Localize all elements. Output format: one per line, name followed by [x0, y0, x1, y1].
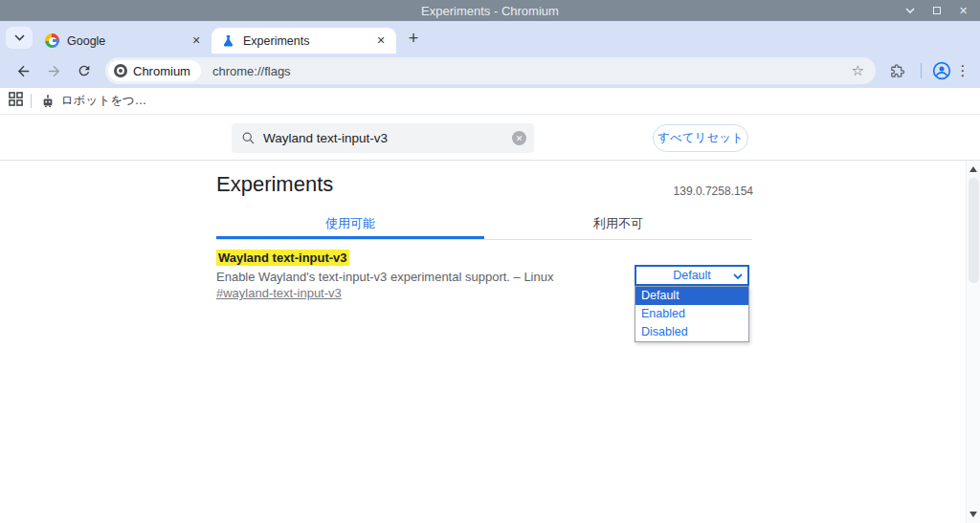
bookmark-label: ロボットをつ…: [61, 93, 146, 109]
scroll-up-button[interactable]: [969, 166, 977, 172]
dropdown-selected-value: Default: [673, 269, 711, 282]
dropdown-option-default[interactable]: Default: [635, 287, 748, 305]
omnibox[interactable]: Chromium chrome://flags ☆: [105, 57, 876, 84]
forward-arrow-icon: [46, 63, 62, 79]
dropdown-option-enabled[interactable]: Enabled: [635, 305, 748, 323]
bookmarks-divider: [31, 94, 32, 108]
flags-section-tabs: 使用可能 利用不可: [216, 210, 752, 240]
flags-search-row: ✕ すべてリセット: [0, 115, 980, 161]
profile-button[interactable]: [930, 59, 953, 82]
close-button[interactable]: ✕: [958, 6, 969, 16]
tab-strip: Google ✕ Experiments ✕ +: [0, 21, 980, 54]
version-label: 139.0.7258.154: [216, 185, 753, 198]
tab-close-button[interactable]: ✕: [373, 33, 389, 49]
tab-google[interactable]: Google ✕: [35, 28, 212, 54]
chevron-down-icon: [14, 34, 25, 41]
flags-page: ✕ すべてリセット Experiments 139.0.7258.154 使用可…: [0, 115, 980, 523]
flag-name: Wayland text-input-v3: [216, 251, 349, 265]
menu-button[interactable]: ⋮: [953, 62, 972, 79]
scrollbar[interactable]: [966, 161, 980, 523]
reload-button[interactable]: [72, 58, 97, 83]
extensions-button[interactable]: [884, 58, 909, 83]
forward-button[interactable]: [41, 58, 66, 83]
dropdown-popup: Default Enabled Disabled: [635, 286, 749, 342]
tab-close-button[interactable]: ✕: [189, 33, 204, 49]
window-chevron-down-icon[interactable]: [904, 6, 915, 16]
bookmark-item[interactable]: ロボットをつ…: [41, 93, 146, 109]
scrollbar-thumb[interactable]: [969, 178, 979, 283]
flag-description: Enable Wayland's text-input-v3 experimen…: [216, 270, 553, 284]
chevron-down-icon: [733, 270, 743, 283]
reset-all-button[interactable]: すべてリセット: [653, 124, 748, 152]
flag-dropdown[interactable]: Default: [635, 265, 749, 286]
site-chip-label: Chromium: [133, 64, 190, 78]
toolbar-divider: [921, 63, 922, 78]
robot-favicon-icon: [41, 95, 55, 108]
flag-name-highlight: Wayland text-input-v3: [216, 250, 349, 266]
url-text: chrome://flags: [212, 64, 852, 78]
tab-available[interactable]: 使用可能: [216, 210, 484, 239]
clear-search-button[interactable]: ✕: [512, 131, 526, 145]
window-titlebar[interactable]: Experiments - Chromium ✕: [0, 0, 980, 21]
tab-title: Experiments: [243, 34, 373, 48]
flags-search-box[interactable]: ✕: [232, 123, 534, 153]
chromium-logo-icon: [114, 64, 127, 77]
bookmarks-bar: ロボットをつ…: [0, 88, 980, 115]
bookmark-star-icon[interactable]: ☆: [852, 62, 864, 79]
toolbar: Chromium chrome://flags ☆ ⋮: [0, 54, 980, 88]
puzzle-icon: [889, 63, 905, 79]
avatar-icon: [932, 61, 951, 80]
reload-icon: [77, 63, 92, 78]
dropdown-option-disabled[interactable]: Disabled: [635, 323, 748, 341]
tab-title: Google: [67, 34, 189, 48]
back-button[interactable]: [11, 58, 35, 83]
apps-grid-button[interactable]: [9, 92, 23, 110]
maximize-button[interactable]: [931, 6, 942, 16]
flags-search-input[interactable]: [263, 131, 512, 145]
google-favicon-icon: [45, 33, 59, 48]
back-arrow-icon: [15, 63, 32, 79]
maximize-icon: [933, 7, 941, 14]
tab-experiments[interactable]: Experiments ✕: [212, 28, 396, 54]
site-info-chip[interactable]: Chromium: [108, 60, 201, 81]
window-title: Experiments - Chromium: [0, 4, 980, 18]
flask-icon: [221, 33, 235, 48]
scroll-down-button[interactable]: [969, 512, 977, 517]
flag-permalink[interactable]: #wayland-text-input-v3: [216, 286, 342, 300]
apps-grid-icon: [9, 92, 23, 106]
tab-search-button[interactable]: [6, 27, 33, 49]
tab-unavailable[interactable]: 利用不可: [484, 210, 752, 239]
window-controls: ✕: [904, 6, 980, 16]
new-tab-button[interactable]: +: [401, 26, 426, 51]
search-icon: [241, 131, 256, 145]
